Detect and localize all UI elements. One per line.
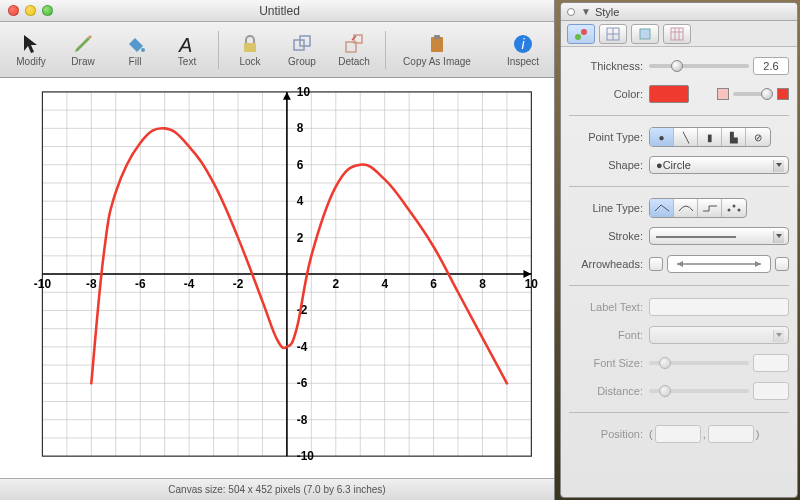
point-type-none[interactable]: ⊘ (746, 128, 770, 146)
modify-button[interactable]: Modify (6, 26, 56, 74)
svg-text:4: 4 (297, 194, 304, 208)
font-size-row: Font Size: (569, 352, 789, 374)
lock-icon (238, 32, 262, 56)
label-text-field[interactable] (649, 298, 789, 316)
font-popup[interactable] (649, 326, 789, 344)
line-type-curve[interactable] (674, 199, 698, 217)
svg-text:-4: -4 (184, 277, 195, 291)
point-type-segmented[interactable]: ● ╲ ▮ ▙ ⊘ (649, 127, 771, 147)
line-type-straight[interactable] (650, 199, 674, 217)
point-type-bar[interactable]: ▮ (698, 128, 722, 146)
svg-text:-4: -4 (297, 340, 308, 354)
distance-field[interactable] (753, 382, 789, 400)
window-title: Untitled (53, 4, 506, 18)
line-type-segmented[interactable] (649, 198, 747, 218)
svg-point-83 (738, 209, 741, 212)
canvas[interactable]: -10-8-6-4-2246810-10-8-6-4-2246810 (0, 78, 554, 478)
thickness-field[interactable]: 2.6 (753, 57, 789, 75)
font-size-slider[interactable] (649, 361, 749, 365)
inspect-button[interactable]: i Inspect (498, 26, 548, 74)
point-type-tick[interactable]: ╲ (674, 128, 698, 146)
line-type-row: Line Type: (569, 197, 789, 219)
close-icon[interactable] (8, 5, 19, 16)
style-panel: ▼ Style Thickness: 2.6 Color: (560, 2, 798, 498)
status-bar: Canvas size: 504 x 452 pixels (7.0 by 6.… (0, 478, 554, 500)
copy-as-image-button[interactable]: Copy As Image (392, 26, 482, 74)
minimize-icon[interactable] (25, 5, 36, 16)
svg-point-77 (581, 29, 587, 35)
svg-text:-8: -8 (297, 413, 308, 427)
draw-button[interactable]: Draw (58, 26, 108, 74)
tab-table[interactable] (663, 24, 691, 44)
thickness-row: Thickness: 2.6 (569, 55, 789, 77)
point-type-dot[interactable]: ● (650, 128, 674, 146)
panel-title: Style (595, 6, 619, 18)
info-icon: i (511, 32, 535, 56)
svg-text:-10: -10 (34, 277, 52, 291)
arrowhead-end-checkbox[interactable] (775, 257, 789, 271)
panel-tabs (561, 21, 797, 47)
font-row: Font: (569, 324, 789, 346)
font-size-field[interactable] (753, 354, 789, 372)
panel-titlebar: ▼ Style (561, 3, 797, 21)
thickness-slider[interactable] (649, 64, 749, 68)
group-icon (290, 32, 314, 56)
detach-button[interactable]: Detach (329, 26, 379, 74)
canvas-size-label: Canvas size: 504 x 452 pixels (7.0 by 6.… (168, 484, 385, 495)
svg-text:10: 10 (525, 277, 539, 291)
color-swatch-full[interactable] (777, 88, 789, 100)
toolbar: Modify Draw Fill A Text Lock Group Detac… (0, 22, 554, 78)
svg-text:2: 2 (332, 277, 339, 291)
svg-text:-6: -6 (135, 277, 146, 291)
main-window: Untitled Modify Draw Fill A Text Lock Gr… (0, 0, 555, 500)
text-button[interactable]: A Text (162, 26, 212, 74)
position-y-field[interactable] (708, 425, 754, 443)
svg-point-76 (575, 34, 581, 40)
zoom-icon[interactable] (42, 5, 53, 16)
svg-rect-8 (434, 35, 440, 39)
shape-popup[interactable]: ● Circle (649, 156, 789, 174)
svg-text:8: 8 (479, 277, 486, 291)
group-button[interactable]: Group (277, 26, 327, 74)
svg-rect-2 (244, 43, 256, 52)
svg-text:8: 8 (297, 121, 304, 135)
line-type-points[interactable] (722, 199, 746, 217)
svg-text:2: 2 (297, 231, 304, 245)
fill-button[interactable]: Fill (110, 26, 160, 74)
label-text-row: Label Text: (569, 296, 789, 318)
svg-rect-4 (300, 36, 310, 46)
panel-close-icon[interactable] (567, 8, 575, 16)
svg-text:10: 10 (297, 85, 311, 99)
clipboard-icon (425, 32, 449, 56)
svg-rect-80 (671, 28, 683, 40)
pencil-icon (71, 32, 95, 56)
tab-style[interactable] (567, 24, 595, 44)
titlebar: Untitled (0, 0, 554, 22)
color-alpha-slider[interactable] (733, 92, 773, 96)
point-type-step[interactable]: ▙ (722, 128, 746, 146)
svg-text:4: 4 (381, 277, 388, 291)
tab-axes[interactable] (631, 24, 659, 44)
tab-grid[interactable] (599, 24, 627, 44)
svg-point-81 (728, 209, 731, 212)
distance-row: Distance: (569, 380, 789, 402)
arrowhead-start-checkbox[interactable] (649, 257, 663, 271)
svg-text:-6: -6 (297, 376, 308, 390)
point-type-row: Point Type: ● ╲ ▮ ▙ ⊘ (569, 126, 789, 148)
arrowheads-row: Arrowheads: (569, 253, 789, 275)
bucket-icon (123, 32, 147, 56)
arrowhead-preview (667, 255, 771, 273)
stroke-popup[interactable] (649, 227, 789, 245)
svg-point-82 (733, 205, 736, 208)
position-x-field[interactable] (655, 425, 701, 443)
window-controls (8, 5, 53, 16)
svg-text:6: 6 (297, 158, 304, 172)
distance-slider[interactable] (649, 389, 749, 393)
svg-text:-10: -10 (297, 449, 315, 463)
color-well[interactable] (649, 85, 689, 103)
lock-button[interactable]: Lock (225, 26, 275, 74)
line-type-step[interactable] (698, 199, 722, 217)
detach-icon (342, 32, 366, 56)
color-swatch-light[interactable] (717, 88, 729, 100)
cursor-icon (19, 32, 43, 56)
